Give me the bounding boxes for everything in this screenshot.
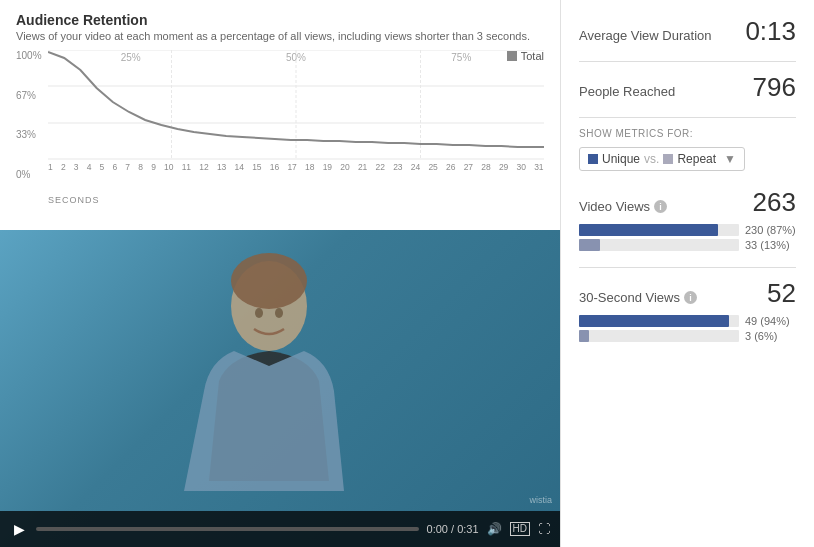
seconds-label: SECONDS [48,195,100,205]
thirty-sec-unique-bar-item: 49 (94%) [579,315,796,327]
hd-badge[interactable]: HD [510,522,530,536]
video-views-header: Video Views i 263 [579,187,796,218]
avg-view-duration-value: 0:13 [745,16,796,47]
progress-bar[interactable] [36,527,419,531]
avg-view-duration-label: Average View Duration [579,28,712,43]
chart-area: Total 25% 50% 75% 100% 67% 33% 0% [16,50,544,205]
video-views-title: Video Views i [579,199,667,214]
thirty-sec-total: 52 [767,278,796,309]
svg-point-8 [231,253,307,309]
video-views-unique-track [579,224,739,236]
thirty-sec-bars: 49 (94%) 3 (6%) [579,315,796,342]
video-views-repeat-bar-item: 33 (13%) [579,239,796,251]
unique-swatch [588,154,598,164]
metrics-toggle[interactable]: Unique vs. Repeat ▼ [579,147,745,171]
fullscreen-button[interactable]: ⛶ [538,522,550,536]
video-views-unique-bar-item: 230 (87%) [579,224,796,236]
video-views-section: Video Views i 263 230 (87%) 33 [579,187,796,251]
video-views-total: 263 [753,187,796,218]
y-67: 67% [16,90,46,101]
video-views-unique-fill [579,224,718,236]
chart-subtitle: Views of your video at each moment as a … [16,30,544,42]
thirty-sec-unique-count: 49 [745,315,757,327]
thirty-sec-unique-track [579,315,739,327]
show-metrics-label: SHOW METRICS FOR: [579,128,796,139]
avg-view-duration-row: Average View Duration 0:13 [579,16,796,47]
chart-container: 100% 67% 33% 0% [16,50,544,180]
video-views-unique-pct: (87%) [766,224,795,236]
svg-point-10 [275,308,283,318]
video-views-repeat-track [579,239,739,251]
thirty-sec-repeat-stats: 3 (6%) [745,330,777,342]
thirty-sec-unique-pct: (94%) [760,315,789,327]
thirty-sec-header: 30-Second Views i 52 [579,278,796,309]
play-button[interactable]: ▶ [10,520,28,538]
people-reached-value: 796 [753,72,796,103]
chart-section: Audience Retention Views of your video a… [0,0,560,230]
thirty-sec-title: 30-Second Views i [579,290,697,305]
time-total: 0:31 [457,523,478,535]
chart-title: Audience Retention [16,12,544,28]
thirty-sec-repeat-fill [579,330,589,342]
toggle-chevron-icon: ▼ [724,152,736,166]
time-current: 0:00 [427,523,448,535]
thirty-sec-views-section: 30-Second Views i 52 49 (94%) 3 [579,278,796,342]
divider-1 [579,61,796,62]
video-bg [0,230,560,547]
video-views-repeat-count: 33 [745,239,757,251]
video-views-bars: 230 (87%) 33 (13%) [579,224,796,251]
person-svg [159,251,379,511]
video-views-unique-stats: 230 (87%) [745,224,796,236]
left-panel: Audience Retention Views of your video a… [0,0,560,547]
video-views-repeat-stats: 33 (13%) [745,239,790,251]
thirty-sec-repeat-pct: (6%) [754,330,777,342]
retention-chart-svg [48,50,544,160]
y-100: 100% [16,50,46,61]
video-controls[interactable]: ▶ 0:00 / 0:31 🔊 HD ⛶ [0,511,560,547]
video-section: wistia ▶ 0:00 / 0:31 🔊 HD ⛶ [0,230,560,547]
watermark: wistia [529,495,552,505]
thirty-sec-repeat-bar-item: 3 (6%) [579,330,796,342]
video-views-info-icon[interactable]: i [654,200,667,213]
toggle-vs-label: vs. [644,152,659,166]
people-reached-label: People Reached [579,84,675,99]
time-display: 0:00 / 0:31 [427,523,479,535]
video-views-label: Video Views [579,199,650,214]
thirty-sec-repeat-count: 3 [745,330,751,342]
right-panel: Average View Duration 0:13 People Reache… [560,0,814,547]
thirty-sec-unique-fill [579,315,729,327]
x-axis-labels: 1 2 3 4 5 6 7 8 9 10 11 12 13 14 15 16 1 [48,162,544,180]
video-views-repeat-pct: (13%) [760,239,789,251]
thirty-sec-info-icon[interactable]: i [684,291,697,304]
repeat-swatch [663,154,673,164]
video-views-repeat-fill [579,239,600,251]
toggle-unique-label: Unique [602,152,640,166]
thirty-sec-unique-stats: 49 (94%) [745,315,790,327]
chart-inner [48,50,544,160]
y-0: 0% [16,169,46,180]
video-views-unique-count: 230 [745,224,763,236]
divider-2 [579,117,796,118]
y-33: 33% [16,129,46,140]
divider-3 [579,267,796,268]
volume-icon[interactable]: 🔊 [487,522,502,536]
svg-point-9 [255,308,263,318]
y-labels: 100% 67% 33% 0% [16,50,46,180]
thirty-sec-label: 30-Second Views [579,290,680,305]
thirty-sec-repeat-track [579,330,739,342]
toggle-repeat-label: Repeat [677,152,716,166]
people-reached-row: People Reached 796 [579,72,796,103]
